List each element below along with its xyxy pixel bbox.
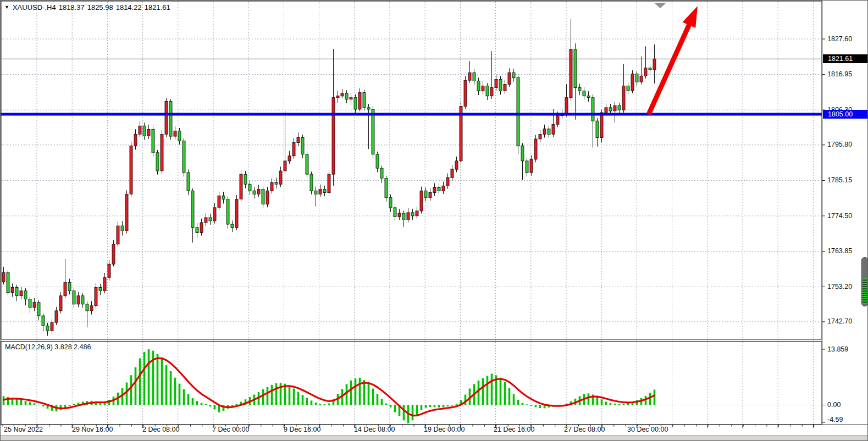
macd-signal-line (4, 358, 655, 416)
date-axis-label: 27 Dec 08:00 (564, 426, 605, 433)
symbol-timeframe-label: XAUUSD-,H4 (13, 3, 56, 12)
macd-indicator-label: MACD(12,26,9) 3.828 2.486 (5, 343, 91, 351)
candlestick-series (2, 19, 656, 336)
price-axis-label: 1816.95 (827, 70, 852, 78)
horizontal-gridlines (2, 39, 821, 405)
symbol-collapse-icon[interactable]: ▼ (4, 4, 9, 11)
price-axis: 1821.61 1805.00 1827.601816.951806.30179… (822, 1, 868, 425)
current-price-badge: 1821.61 (823, 54, 868, 63)
chart-shift-marker-icon[interactable] (654, 3, 666, 8)
window-bottom-strip (1, 435, 868, 441)
date-axis-label: 7 Dec 00:00 (212, 426, 249, 433)
scrollbar-thumb[interactable] (861, 257, 868, 306)
macd-histogram (3, 349, 656, 423)
price-axis-label: 1753.20 (827, 283, 852, 291)
date-axis: 25 Nov 202229 Nov 16:002 Dec 08:007 Dec … (1, 426, 822, 434)
date-axis-label: 19 Dec 00:00 (424, 426, 465, 433)
price-axis-label: 1774.50 (827, 212, 852, 220)
date-axis-label: 29 Nov 16:00 (72, 426, 113, 433)
scrollbar-stripes-icon (863, 278, 867, 304)
date-axis-label: 14 Dec 08:00 (354, 426, 395, 433)
price-axis-label: 1742.70 (827, 317, 852, 325)
chart-title: ▼ XAUUSD-,H4 1818.37 1825.98 1814.22 182… (4, 3, 173, 12)
macd-axis-label: -4.59 (827, 416, 843, 423)
macd-axis-label: 0.00 (827, 401, 841, 409)
level-line-price-badge: 1805.00 (823, 110, 868, 119)
ohlc-low: 1814.22 (116, 3, 142, 12)
date-axis-label: 9 Dec 16:00 (284, 426, 320, 433)
date-axis-label: 2 Dec 08:00 (142, 426, 179, 433)
date-axis-label: 21 Dec 16:00 (494, 426, 534, 433)
price-axis-label: 1795.80 (827, 141, 852, 148)
macd-axis-label: 13.859 (827, 345, 848, 353)
price-axis-label: 1763.85 (827, 247, 852, 255)
price-axis-label: 1827.60 (827, 35, 852, 43)
ohlc-close: 1821.61 (145, 3, 170, 12)
chart-window: ▼ XAUUSD-,H4 1818.37 1825.98 1814.22 182… (0, 0, 868, 441)
ohlc-open: 1818.37 (59, 3, 85, 12)
date-axis-label: 25 Nov 2022 (4, 426, 43, 433)
pane-borders (1, 1, 868, 425)
ohlc-high: 1825.98 (87, 3, 113, 12)
date-axis-label: 30 Dec 00:00 (627, 426, 668, 433)
chart-canvas[interactable] (1, 1, 868, 441)
axis-ticks (2, 39, 825, 428)
price-axis-label: 1785.15 (827, 176, 852, 184)
